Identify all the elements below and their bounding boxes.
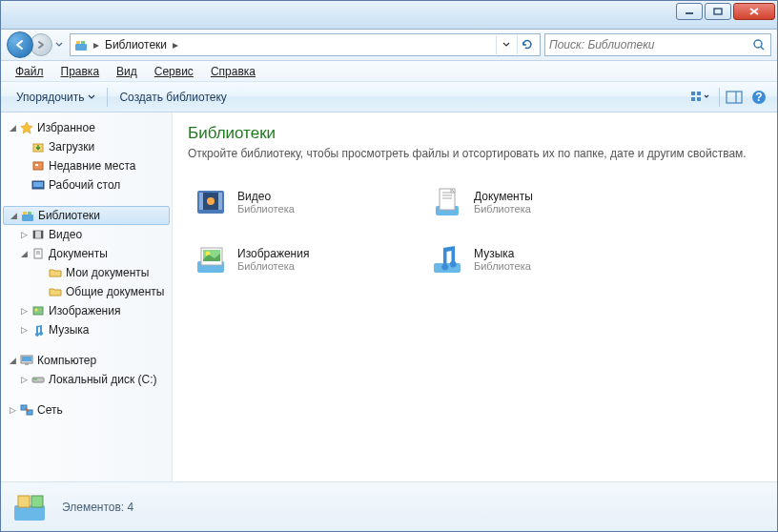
expander-icon[interactable]: ◢ xyxy=(7,123,18,133)
search-box[interactable] xyxy=(544,33,771,56)
sidebar-video[interactable]: ▷ Видео xyxy=(1,225,172,244)
star-icon xyxy=(18,120,35,135)
svg-rect-1 xyxy=(714,9,722,14)
video-icon xyxy=(192,183,230,221)
breadcrumb-root[interactable]: Библиотеки xyxy=(101,34,171,55)
content-subtitle: Откройте библиотеку, чтобы просмотреть ф… xyxy=(188,147,762,160)
close-button[interactable] xyxy=(733,3,775,20)
sidebar-my-documents[interactable]: · Мои документы xyxy=(1,263,172,282)
breadcrumb-dropdown[interactable] xyxy=(496,35,515,54)
svg-rect-17 xyxy=(35,164,38,166)
search-input[interactable] xyxy=(549,38,751,51)
titlebar xyxy=(1,1,777,30)
pictures-icon xyxy=(30,303,47,318)
view-options-button[interactable] xyxy=(683,86,717,109)
organize-button[interactable]: Упорядочить xyxy=(7,87,105,108)
sidebar-libraries[interactable]: ◢ Библиотеки xyxy=(3,206,170,225)
svg-rect-32 xyxy=(22,357,31,361)
sidebar-favorites[interactable]: ◢ Избранное xyxy=(1,118,172,137)
menu-view[interactable]: Вид xyxy=(108,63,146,80)
downloads-icon xyxy=(30,139,47,154)
library-item-documents[interactable]: Документы Библиотека xyxy=(424,179,661,225)
music-icon xyxy=(30,322,47,338)
menu-edit[interactable]: Правка xyxy=(52,63,109,80)
create-library-button[interactable]: Создать библиотеку xyxy=(110,87,235,108)
menu-file[interactable]: Файл xyxy=(7,63,52,80)
expander-icon[interactable]: ▷ xyxy=(18,306,30,316)
video-icon xyxy=(30,227,47,242)
menu-help[interactable]: Справка xyxy=(202,63,264,80)
expander-icon[interactable]: ▷ xyxy=(18,230,30,239)
recent-icon xyxy=(30,158,47,174)
documents-icon xyxy=(428,183,466,221)
maximize-button[interactable] xyxy=(705,3,731,20)
svg-rect-21 xyxy=(23,212,27,215)
svg-rect-42 xyxy=(218,193,222,210)
svg-rect-10 xyxy=(697,97,701,101)
sidebar-pictures[interactable]: ▷ Изображения xyxy=(1,301,172,320)
expander-icon[interactable]: ▷ xyxy=(18,375,30,384)
svg-rect-56 xyxy=(31,496,43,507)
sidebar-downloads[interactable]: · Загрузки xyxy=(1,137,172,156)
svg-rect-24 xyxy=(33,231,35,238)
svg-rect-55 xyxy=(18,496,30,507)
svg-rect-25 xyxy=(41,231,43,238)
libraries-large-icon xyxy=(9,490,51,524)
sidebar-documents[interactable]: ◢ Документы xyxy=(1,244,172,263)
sidebar[interactable]: ◢ Избранное · Загрузки · Недавние места … xyxy=(1,113,173,481)
svg-text:?: ? xyxy=(755,91,762,104)
pictures-icon xyxy=(192,240,230,278)
expander-icon[interactable]: ◢ xyxy=(7,356,18,365)
svg-rect-41 xyxy=(199,193,203,210)
disk-icon xyxy=(30,372,47,387)
svg-rect-33 xyxy=(25,363,29,365)
sidebar-recent[interactable]: · Недавние места xyxy=(1,156,172,175)
library-item-pictures[interactable]: Изображения Библиотека xyxy=(188,236,424,282)
library-item-music[interactable]: Музыка Библиотека xyxy=(424,236,661,282)
svg-rect-4 xyxy=(81,41,85,44)
preview-pane-button[interactable] xyxy=(722,86,747,109)
nav-row: ▸ Библиотеки ▸ xyxy=(1,30,777,61)
expander-icon[interactable]: ◢ xyxy=(18,249,30,258)
libraries-icon xyxy=(19,208,36,223)
libraries-icon xyxy=(72,36,90,53)
sidebar-computer[interactable]: ◢ Компьютер xyxy=(1,351,172,370)
sidebar-public-documents[interactable]: · Общие документы xyxy=(1,282,172,301)
libraries-group: ◢ Библиотеки ▷ Видео ◢ Документы · xyxy=(1,206,172,339)
history-dropdown[interactable] xyxy=(52,35,66,54)
chevron-right-icon[interactable]: ▸ xyxy=(171,38,180,51)
help-button[interactable]: ? xyxy=(747,86,771,109)
favorites-group: ◢ Избранное · Загрузки · Недавние места … xyxy=(1,118,172,194)
svg-rect-20 xyxy=(22,215,33,221)
svg-rect-9 xyxy=(691,97,695,101)
sidebar-local-disk[interactable]: ▷ Локальный диск (C:) xyxy=(1,370,172,389)
expander-icon[interactable]: ▷ xyxy=(18,325,30,335)
menu-tools[interactable]: Сервис xyxy=(146,63,202,80)
expander-icon[interactable]: ▷ xyxy=(7,405,18,415)
svg-rect-11 xyxy=(727,92,742,103)
sidebar-music[interactable]: ▷ Музыка xyxy=(1,320,172,339)
svg-rect-2 xyxy=(75,44,87,51)
back-button[interactable] xyxy=(7,31,33,58)
library-item-video[interactable]: Видео Библиотека xyxy=(188,179,424,225)
svg-line-6 xyxy=(761,47,764,50)
menubar: Файл Правка Вид Сервис Справка xyxy=(1,61,777,82)
desktop-icon xyxy=(30,177,47,193)
breadcrumb-bar[interactable]: ▸ Библиотеки ▸ xyxy=(70,33,541,56)
refresh-button[interactable] xyxy=(517,35,536,54)
svg-rect-29 xyxy=(33,307,43,315)
svg-point-43 xyxy=(207,197,215,205)
computer-group: ◢ Компьютер ▷ Локальный диск (C:) xyxy=(1,351,172,389)
sidebar-network[interactable]: ▷ Сеть xyxy=(1,400,172,419)
minimize-button[interactable] xyxy=(676,3,703,20)
chevron-right-icon[interactable]: ▸ xyxy=(92,38,101,51)
sidebar-desktop[interactable]: · Рабочий стол xyxy=(1,175,172,194)
nav-back-forward xyxy=(7,31,66,58)
search-icon[interactable] xyxy=(751,37,767,52)
svg-rect-8 xyxy=(697,92,701,95)
music-icon xyxy=(428,240,466,278)
content-pane[interactable]: Библиотеки Откройте библиотеку, чтобы пр… xyxy=(173,113,777,481)
svg-rect-3 xyxy=(76,41,80,44)
expander-icon[interactable]: ◢ xyxy=(8,211,19,220)
computer-icon xyxy=(18,353,35,368)
